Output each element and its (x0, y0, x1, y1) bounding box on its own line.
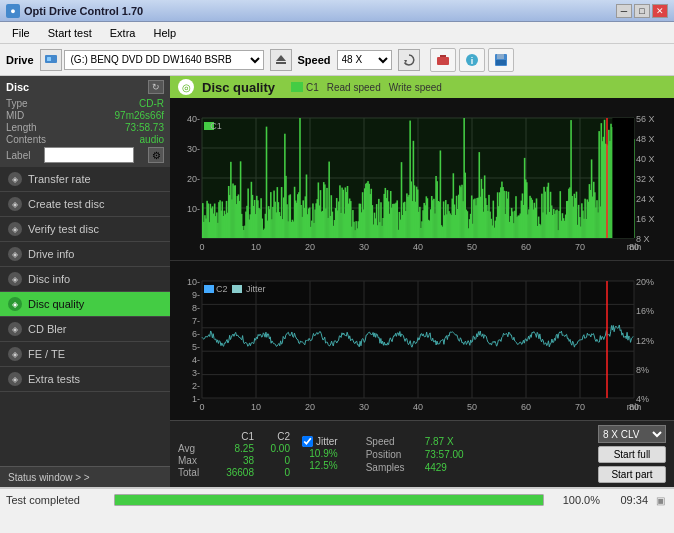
nav-label-extra-tests: Extra tests (28, 373, 80, 385)
speed-label: Speed (366, 436, 421, 447)
drive-label: Drive (6, 54, 34, 66)
nav-label-fe-te: FE / TE (28, 348, 65, 360)
start-full-button[interactable]: Start full (598, 446, 666, 463)
stats-jitter-col: Jitter 10.9% 12.5% (302, 436, 338, 472)
disc-label-input[interactable] (44, 147, 134, 163)
stat-val-avg-jitter: 10.9% (302, 448, 338, 459)
close-button[interactable]: ✕ (652, 4, 668, 18)
sidebar-item-extra-tests[interactable]: ◈ Extra tests (0, 367, 170, 392)
stat-val-avg-c2: 0.00 (258, 443, 290, 454)
sidebar-item-fe-te[interactable]: ◈ FE / TE (0, 342, 170, 367)
disc-mid-val: 97m26s66f (115, 110, 164, 121)
jitter-checkbox[interactable] (302, 436, 313, 447)
disc-info-section: Disc ↻ Type CD-R MID 97m26s66f Length 73… (0, 76, 170, 167)
title-bar: ● Opti Drive Control 1.70 ─ □ ✕ (0, 0, 674, 22)
chart2-container (170, 261, 674, 420)
sidebar-item-disc-info[interactable]: ◈ Disc info (0, 267, 170, 292)
disc-label-gear-button[interactable]: ⚙ (148, 147, 164, 163)
clv-selector[interactable]: 8 X CLV 4 X CLV 16 X CLV (598, 425, 666, 443)
stats-bar: C1 C2 Avg 8.25 0.00 Max 38 0 Total 36608… (170, 420, 674, 487)
fe-te-icon: ◈ (8, 347, 22, 361)
c1-legend-color (291, 82, 303, 92)
stat-val-total-c2: 0 (258, 467, 290, 478)
svg-rect-5 (437, 57, 449, 65)
disc-label-key: Label (6, 150, 30, 161)
sidebar-item-drive-info[interactable]: ◈ Drive info (0, 242, 170, 267)
disc-quality-icon-header: ◎ (178, 79, 194, 95)
write-speed-legend-label: Write speed (389, 82, 442, 93)
speed-val: 7.87 X (425, 436, 454, 447)
info-button[interactable]: i (459, 48, 485, 72)
main-layout: Disc ↻ Type CD-R MID 97m26s66f Length 73… (0, 76, 674, 487)
samples-val: 4429 (425, 462, 447, 473)
menu-extra[interactable]: Extra (102, 25, 144, 41)
disc-type-val: CD-R (139, 98, 164, 109)
disc-contents-key: Contents (6, 134, 46, 145)
transfer-rate-icon: ◈ (8, 172, 22, 186)
menu-bar: File Start test Extra Help (0, 22, 674, 44)
c1-legend-label: C1 (306, 82, 319, 93)
sidebar-item-verify-test-disc[interactable]: ◈ Verify test disc (0, 217, 170, 242)
nav-list: ◈ Transfer rate ◈ Create test disc ◈ Ver… (0, 167, 170, 392)
position-label: Position (366, 449, 421, 460)
disc-quality-icon: ◈ (8, 297, 22, 311)
sidebar-item-transfer-rate[interactable]: ◈ Transfer rate (0, 167, 170, 192)
status-window-bar[interactable]: Status window > > (0, 466, 170, 487)
stat-val-max-jitter: 12.5% (302, 460, 338, 471)
disc-info-icon: ◈ (8, 272, 22, 286)
menu-help[interactable]: Help (145, 25, 184, 41)
menu-start-test[interactable]: Start test (40, 25, 100, 41)
status-text: Test completed (6, 494, 106, 506)
nav-label-disc-quality: Disc quality (28, 298, 84, 310)
nav-label-drive-info: Drive info (28, 248, 74, 260)
right-content: ◎ Disc quality C1 Read speed Write speed (170, 76, 674, 487)
chart1-container (170, 98, 674, 261)
refresh-button[interactable] (398, 49, 420, 71)
progress-bar-fill (115, 495, 543, 505)
sidebar-item-disc-quality[interactable]: ◈ Disc quality (0, 292, 170, 317)
disc-length-val: 73:58.73 (125, 122, 164, 133)
disc-section-title: Disc (6, 81, 29, 93)
speed-label: Speed (298, 54, 331, 66)
disc-refresh-button[interactable]: ↻ (148, 80, 164, 94)
start-part-button[interactable]: Start part (598, 466, 666, 483)
disc-mid-key: MID (6, 110, 24, 121)
size-indicator: ▣ (656, 495, 668, 506)
nav-label-cd-bler: CD Bler (28, 323, 67, 335)
drive-selector[interactable]: (G:) BENQ DVD DD DW1640 BSRB (64, 50, 264, 70)
chart1-canvas (170, 98, 674, 260)
progress-percent: 100.0% (552, 494, 600, 506)
stat-header-c2: C2 (258, 431, 290, 442)
extra-tests-icon: ◈ (8, 372, 22, 386)
verify-test-disc-icon: ◈ (8, 222, 22, 236)
time-display: 09:34 (608, 494, 648, 506)
stats-speed-info: Speed 7.87 X Position 73:57.00 Samples 4… (366, 436, 464, 473)
save-button[interactable] (488, 48, 514, 72)
speed-selector[interactable]: 48 X (337, 50, 392, 70)
sidebar-item-cd-bler[interactable]: ◈ CD Bler (0, 317, 170, 342)
eject-button[interactable] (270, 49, 292, 71)
disc-quality-header: ◎ Disc quality C1 Read speed Write speed (170, 76, 674, 98)
nav-label-transfer-rate: Transfer rate (28, 173, 91, 185)
nav-label-disc-info: Disc info (28, 273, 70, 285)
drive-info-icon: ◈ (8, 247, 22, 261)
position-val: 73:57.00 (425, 449, 464, 460)
erase-button[interactable] (430, 48, 456, 72)
samples-label: Samples (366, 462, 421, 473)
minimize-button[interactable]: ─ (616, 4, 632, 18)
maximize-button[interactable]: □ (634, 4, 650, 18)
legend: C1 Read speed Write speed (291, 82, 442, 93)
app-icon: ● (6, 4, 20, 18)
svg-rect-3 (276, 62, 286, 64)
sidebar-item-create-test-disc[interactable]: ◈ Create test disc (0, 192, 170, 217)
disc-contents-val: audio (140, 134, 164, 145)
svg-rect-6 (440, 55, 446, 57)
stats-buttons-col: 8 X CLV 4 X CLV 16 X CLV Start full Star… (598, 425, 666, 483)
svg-rect-11 (496, 60, 506, 65)
svg-rect-1 (47, 57, 51, 61)
menu-file[interactable]: File (4, 25, 38, 41)
charts-area (170, 98, 674, 420)
status-window-label: Status window > > (8, 472, 90, 483)
disc-length-key: Length (6, 122, 37, 133)
chart2-canvas (170, 261, 674, 420)
